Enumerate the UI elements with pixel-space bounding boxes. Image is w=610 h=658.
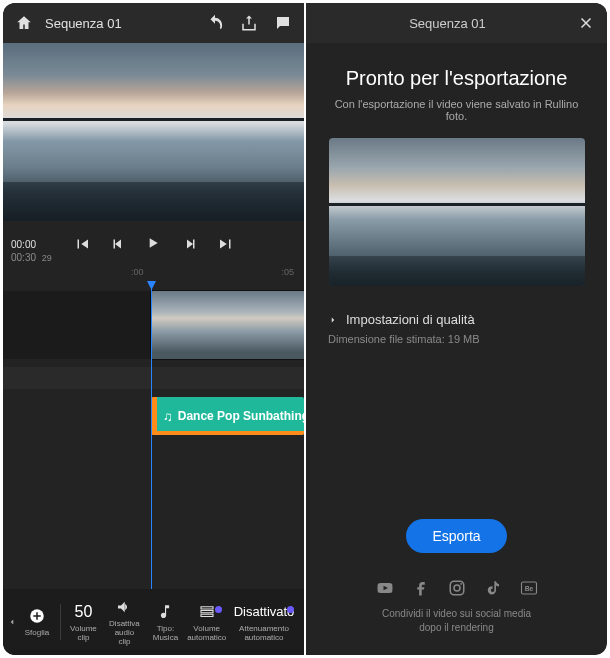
- behance-icon[interactable]: Be: [520, 579, 538, 597]
- export-thumbnail: [329, 138, 585, 286]
- instagram-icon[interactable]: [448, 579, 466, 597]
- video-clip[interactable]: [151, 291, 304, 359]
- svg-point-3: [460, 583, 462, 585]
- toolbar-scroll-left[interactable]: [7, 615, 17, 629]
- badge-icon: [215, 606, 222, 613]
- tiktok-icon[interactable]: [484, 579, 502, 597]
- badge-icon: [287, 606, 294, 613]
- quality-settings-button[interactable]: Impostazioni di qualità: [328, 312, 585, 327]
- playhead[interactable]: [151, 287, 152, 589]
- export-header: Sequenza 01: [306, 3, 607, 43]
- play-button[interactable]: [145, 235, 163, 253]
- youtube-icon[interactable]: [376, 579, 394, 597]
- sequence-title: Sequenza 01: [45, 16, 122, 31]
- chevron-right-icon: [328, 315, 338, 325]
- export-body: Pronto per l'esportazione Con l'esportaz…: [306, 43, 607, 363]
- home-icon[interactable]: [15, 14, 33, 32]
- audio-clip[interactable]: ♫ Dance Pop Sunbathing F: [151, 397, 304, 435]
- timecode-display: 00:00 00:30 29: [11, 239, 52, 263]
- export-subtitle: Con l'esportazione il video viene salvat…: [328, 98, 585, 122]
- ruler-mark: :05: [281, 267, 294, 277]
- svg-point-2: [454, 585, 460, 591]
- timeline[interactable]: :00 :05 ♫ Dance Pop Sunbathing F: [3, 263, 304, 589]
- audio-type-button[interactable]: Tipo:Musica: [145, 602, 185, 643]
- export-title: Pronto per l'esportazione: [346, 67, 568, 90]
- audio-track[interactable]: ♫ Dance Pop Sunbathing F: [3, 397, 304, 435]
- export-panel: Sequenza 01 Pronto per l'esportazione Co…: [306, 3, 607, 655]
- audio-clip-label: Dance Pop Sunbathing F: [178, 409, 304, 423]
- social-share-row: Be: [376, 579, 538, 597]
- auto-ducking-button[interactable]: Disattivato Attenuamento automatico: [228, 602, 300, 643]
- bottom-toolbar: Sfoglia 50 Volume clip Disattiva audio c…: [3, 589, 304, 655]
- svg-text:Be: Be: [524, 585, 533, 592]
- undo-icon[interactable]: [206, 14, 224, 32]
- export-button[interactable]: Esporta: [406, 519, 506, 553]
- video-track[interactable]: [3, 291, 304, 359]
- duration-time: 00:30: [11, 252, 36, 263]
- video-preview[interactable]: 00:00 00:30 29: [3, 43, 304, 221]
- step-back-button[interactable]: [109, 235, 127, 253]
- comment-icon[interactable]: [274, 14, 292, 32]
- browse-button[interactable]: Sfoglia: [17, 606, 57, 638]
- estimated-filesize: Dimensione file stimata: 19 MB: [328, 333, 585, 345]
- music-note-icon: ♫: [163, 409, 173, 424]
- share-icon[interactable]: [240, 14, 258, 32]
- ruler-mark: :00: [131, 267, 144, 277]
- editor-panel: Sequenza 01 00:00 00:30 29: [3, 3, 304, 655]
- footer-text: Condividi il video sui social media dopo…: [382, 607, 531, 635]
- fps-display: 29: [42, 253, 52, 263]
- track-gap: [3, 367, 304, 389]
- mute-clip-button[interactable]: Disattiva audio clip: [103, 597, 145, 646]
- editor-header: Sequenza 01: [3, 3, 304, 43]
- close-icon[interactable]: [577, 14, 595, 32]
- auto-volume-button[interactable]: Volume automatico: [185, 602, 228, 643]
- go-start-button[interactable]: [73, 235, 91, 253]
- step-forward-button[interactable]: [181, 235, 199, 253]
- current-time: 00:00: [11, 239, 36, 250]
- facebook-icon[interactable]: [412, 579, 430, 597]
- volume-clip-button[interactable]: 50 Volume clip: [63, 602, 103, 643]
- quality-label: Impostazioni di qualità: [346, 312, 475, 327]
- export-footer: Be Condividi il video sui social media d…: [306, 563, 607, 655]
- go-end-button[interactable]: [217, 235, 235, 253]
- export-header-title: Sequenza 01: [318, 16, 577, 31]
